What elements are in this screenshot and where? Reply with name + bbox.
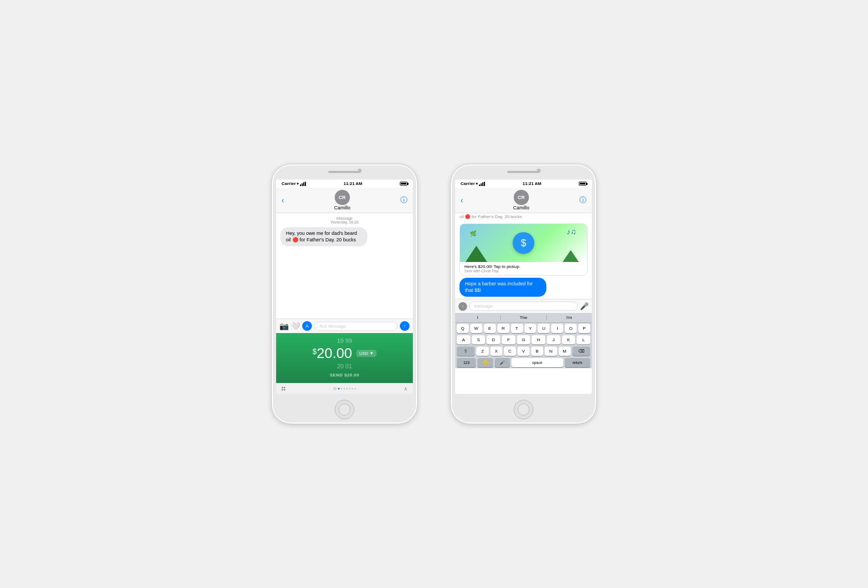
music-notes-icon: ♪♫ (567, 227, 577, 236)
keyboard-row-4: 123 🙂 🎤 space return (455, 357, 592, 368)
mountain-right (563, 250, 579, 262)
circle-card-image: 🌿 ♪♫ $ (460, 224, 587, 262)
message-input-2[interactable]: iMessage (469, 302, 578, 311)
home-button-inner-1 (339, 404, 350, 416)
drawer-grid-icon[interactable] (282, 387, 285, 391)
key-T[interactable]: T (511, 324, 523, 333)
key-space[interactable]: space (512, 358, 563, 367)
circle-pay-card[interactable]: 🌿 ♪♫ $ Here's $20.00! Tap to pickup. Sen… (459, 223, 588, 276)
home-button-1[interactable] (335, 400, 354, 419)
suggestion-2[interactable]: I'm (547, 315, 592, 320)
suggestion-0[interactable]: I (455, 315, 501, 320)
circle-amount-value: 20.00 (317, 345, 352, 362)
suggestion-1[interactable]: The (501, 315, 546, 320)
phone-2-screen: Carrier ▾ 11:21 AM ‹ CR Camil (455, 180, 592, 394)
key-V[interactable]: V (518, 347, 529, 356)
drawer-icon-small: ⊙ (333, 386, 337, 391)
mountain-left (465, 246, 487, 262)
key-Y[interactable]: Y (525, 324, 537, 333)
circle-above-row: 19 99 (337, 337, 352, 344)
info-button-2[interactable]: ⓘ (579, 195, 586, 205)
key-return[interactable]: return (565, 358, 590, 367)
keyboard-row-3: ⇧ Z X C V B N M ⌫ (455, 346, 592, 357)
key-O[interactable]: O (565, 324, 577, 333)
time-1: 11:21 AM (343, 181, 362, 186)
status-left-1: Carrier ▾ (282, 181, 306, 186)
key-X[interactable]: X (490, 347, 502, 356)
key-K[interactable]: K (562, 335, 576, 344)
key-S[interactable]: S (472, 335, 486, 344)
key-W[interactable]: W (470, 324, 482, 333)
key-C[interactable]: C (504, 347, 516, 356)
key-shift[interactable]: ⇧ (457, 347, 475, 356)
status-bar-1: Carrier ▾ 11:21 AM (276, 180, 413, 188)
message-input-1[interactable]: Text Message (314, 322, 398, 331)
info-button-1[interactable]: ⓘ (400, 195, 407, 205)
carrier-label-2: Carrier (461, 181, 475, 186)
usd-badge[interactable]: USD ▼ (356, 350, 376, 357)
circle-dollar-icon: $ (513, 232, 534, 254)
wifi-icon-2: ▾ (476, 182, 478, 186)
back-button-1[interactable]: ‹ (282, 196, 284, 204)
microphone-icon[interactable]: 🎤 (580, 302, 589, 310)
circle-main-row: $ 20.00 USD ▼ (312, 344, 376, 363)
circle-below-row: 20 01 (337, 363, 352, 369)
circle-below-amount: 20 01 (337, 363, 352, 369)
app-icon-1[interactable]: A (302, 321, 312, 331)
key-backspace[interactable]: ⌫ (572, 347, 590, 356)
key-N[interactable]: N (545, 347, 557, 356)
drawer-dot-1 (341, 388, 342, 389)
key-123[interactable]: 123 (457, 358, 476, 367)
key-H[interactable]: H (532, 335, 545, 344)
key-I[interactable]: I (551, 324, 563, 333)
circle-card-text: Here's $20.00! Tap to pickup. Sent with … (460, 262, 587, 275)
avatar-1: CR (335, 190, 350, 205)
key-R[interactable]: R (497, 324, 509, 333)
camera-icon-1[interactable]: 📷 (279, 322, 289, 330)
send-button-1[interactable]: ↑ (400, 321, 410, 331)
key-mic[interactable]: 🎤 (495, 358, 510, 367)
wifi-icon-1: ▾ (297, 182, 299, 186)
circle-main-amount: $ 20.00 (312, 345, 352, 362)
avatar-2: CR (514, 190, 529, 205)
key-P[interactable]: P (578, 324, 590, 333)
key-Q[interactable]: Q (457, 324, 469, 333)
status-right-2 (579, 182, 586, 186)
key-F[interactable]: F (502, 335, 515, 344)
speaker-bar-2 (507, 171, 540, 173)
drawer-dot-2 (343, 388, 345, 389)
status-left-2: Carrier ▾ (461, 181, 485, 186)
key-L[interactable]: L (577, 335, 590, 344)
key-U[interactable]: U (538, 324, 550, 333)
heart-icon-1[interactable]: 🤍 (291, 322, 300, 330)
drawer-dot-3 (346, 388, 348, 389)
key-J[interactable]: J (547, 335, 560, 344)
key-E[interactable]: E (484, 324, 496, 333)
key-emoji[interactable]: 🙂 (477, 358, 493, 367)
battery-fill-2 (580, 183, 585, 184)
bird-icon: 🌿 (470, 231, 476, 237)
key-M[interactable]: M (559, 347, 571, 356)
key-D[interactable]: D (487, 335, 500, 344)
expand-button[interactable]: › (458, 302, 467, 311)
sent-bubble-2: Hope a barber was included for that $$! (459, 278, 546, 297)
circle-above-amount: 19 99 (337, 337, 352, 344)
keyboard-row-2: A S D F G H J K L (455, 334, 592, 346)
key-Z[interactable]: Z (476, 347, 488, 356)
circle-send-button[interactable]: SEND $20.00 (330, 372, 359, 379)
key-B[interactable]: B (531, 347, 543, 356)
status-bar-2: Carrier ▾ 11:21 AM (455, 180, 592, 188)
home-button-2[interactable] (514, 400, 533, 419)
app-drawer-bar-1: ⊙ ∧ (276, 383, 413, 394)
key-G[interactable]: G (517, 335, 531, 344)
input-bar-2: › iMessage 🎤 (455, 299, 592, 313)
usd-label: USD ▼ (359, 351, 374, 356)
drawer-chevron[interactable]: ∧ (404, 386, 407, 392)
carrier-label-1: Carrier (282, 181, 296, 186)
imessage-header-1: iMessage Yesterday, 16:28 (280, 216, 409, 224)
keyboard: Q W E R T Y U I O P A S D F G H J K L (455, 323, 592, 368)
back-button-2[interactable]: ‹ (461, 196, 463, 204)
phone-1-screen: Carrier ▾ 11:21 AM ‹ CR Camil (276, 180, 413, 394)
keyboard-suggestions: I The I'm (455, 313, 592, 323)
key-A[interactable]: A (457, 335, 470, 344)
